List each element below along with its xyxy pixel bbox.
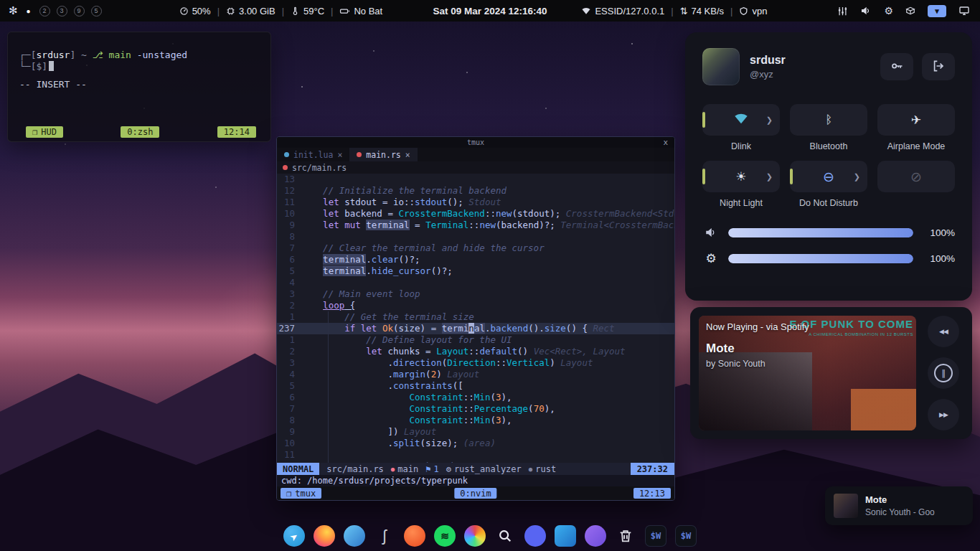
wifi-stat[interactable]: ESSID/127.0.0.1 xyxy=(581,6,664,17)
logout-button[interactable] xyxy=(922,53,955,80)
tmux-clock-badge: 12:13 xyxy=(633,488,671,499)
zsh-session-badge[interactable]: 0:zsh xyxy=(121,126,159,138)
terminal-window[interactable]: ┌─[srdusr] ~ ⎇ main -unstaged └─[$] -- I… xyxy=(7,32,271,142)
toggle-blocked: ⊘ xyxy=(877,161,955,209)
code-line: 9 ]) Layout xyxy=(277,426,674,438)
terminal-output: ┌─[srdusr] ~ ⎇ main -unstaged └─[$] -- I… xyxy=(8,32,270,90)
dock-item-wezterm[interactable]: $W xyxy=(645,525,666,547)
airplane-toggle-button[interactable]: ✈ xyxy=(877,104,955,136)
blocked-toggle-button[interactable]: ⊘ xyxy=(877,161,955,192)
active-workspace-dot[interactable]: ● xyxy=(27,7,31,15)
wifi-toggle-button[interactable]: ❯ xyxy=(702,104,780,136)
keyring-button[interactable] xyxy=(880,53,913,80)
code-line: 7 // Clear the terminal and hide the cur… xyxy=(277,242,674,254)
dnd-toggle-button[interactable]: ⊖❯ xyxy=(790,161,867,192)
tab-close-icon[interactable]: × xyxy=(405,150,410,160)
temp-value: 59°C xyxy=(303,6,324,17)
slider-track[interactable] xyxy=(728,228,913,237)
workspace-cluster: ✻ ● 2395 xyxy=(9,4,102,17)
statusline-lsp: ⚙rust_analyzer xyxy=(446,464,522,474)
rust-file-icon xyxy=(357,152,362,157)
tray-circle[interactable]: 9 xyxy=(74,6,85,17)
dock-item-telegram[interactable]: ➤ xyxy=(283,525,305,547)
user-row: srdusr @xyz xyxy=(702,48,955,85)
dock-item-discord[interactable] xyxy=(524,525,546,547)
tray-circle[interactable]: 3 xyxy=(57,6,67,17)
prev-button[interactable]: ◀◀ xyxy=(928,316,959,347)
tab-close-icon[interactable]: × xyxy=(337,150,342,160)
chevron-right-icon[interactable]: ❯ xyxy=(766,116,773,125)
airplane-icon: ✈ xyxy=(911,113,921,128)
dock-item-qutebrowser[interactable] xyxy=(344,525,365,547)
statusline-file: src/main.rs xyxy=(326,464,383,474)
code-line: 5 terminal.hide_cursor()?; xyxy=(277,265,674,277)
tmux-badge[interactable]: ❐tmux xyxy=(281,488,321,499)
dock-item-firefox[interactable] xyxy=(314,525,335,547)
dock-item-hook[interactable]: ʃ xyxy=(374,525,395,547)
notification-body: Sonic Youth - Goo xyxy=(865,507,935,517)
speaker-icon[interactable] xyxy=(860,5,872,17)
clock[interactable]: Sat 09 Mar 2024 12:16:40 xyxy=(433,6,547,17)
slider-value: 100% xyxy=(922,227,955,238)
toggle-sun: ☀❯Night Light xyxy=(702,161,780,209)
window-icon: ❐ xyxy=(32,127,37,137)
chevron-down-button[interactable]: ▾ xyxy=(928,5,946,17)
git-branch-icon: ⎇ xyxy=(93,50,103,60)
battery-icon xyxy=(339,6,350,17)
shield-icon xyxy=(739,6,748,16)
package-icon[interactable] xyxy=(905,6,915,16)
code-line: 4 xyxy=(277,277,674,288)
tmux-window[interactable]: tmux x init.lua × main.rs × src/main.rs … xyxy=(276,136,675,501)
statusline-git: ●main xyxy=(391,464,418,474)
dock-item-gimp[interactable] xyxy=(464,525,486,547)
tab-init-lua[interactable]: init.lua × xyxy=(277,148,349,161)
code-line: 237 if let Ok(size) = terminal.backend()… xyxy=(277,323,674,334)
monitor-icon[interactable] xyxy=(958,5,970,17)
slider-fill xyxy=(728,228,913,237)
dock-item-vscode[interactable] xyxy=(555,525,576,547)
player-controls: ◀◀∥▶▶ xyxy=(923,316,963,430)
mixer-sliders-icon[interactable] xyxy=(837,6,848,17)
sliders: 100%⚙100% xyxy=(702,226,955,266)
separator: | xyxy=(671,6,673,17)
pause-button[interactable]: ∥ xyxy=(928,357,959,389)
dock-item-cargo[interactable] xyxy=(404,525,425,547)
slider-track[interactable] xyxy=(728,254,913,263)
dock-item-trash[interactable] xyxy=(615,525,636,547)
hud-badge[interactable]: ❐HUD xyxy=(26,126,63,138)
dock-item-spotify[interactable]: ≋ xyxy=(434,525,456,547)
tray-circle[interactable]: 5 xyxy=(91,6,102,17)
dock-item-wezterm[interactable]: $W xyxy=(675,525,697,547)
code-area[interactable]: 1312 // Initialize the terminal backend1… xyxy=(277,174,674,463)
cwd-bar: cwd: /home/srdusr/projects/typerpunk xyxy=(277,475,674,486)
nix-logo-icon[interactable]: ✻ xyxy=(9,4,18,17)
vpn-stat[interactable]: vpn xyxy=(739,6,767,17)
track-artist: by Sonic Youth xyxy=(706,359,765,369)
tray-circle[interactable]: 2 xyxy=(39,6,50,17)
dock-item-proton[interactable] xyxy=(585,525,606,547)
temp-stat: 59°C xyxy=(291,6,324,17)
top-bar: ✻ ● 2395 50% | 3.00 GiB | 59°C | No Bat … xyxy=(0,0,980,22)
code-line: 10 .split(size); (area) xyxy=(277,438,674,449)
gear-icon[interactable]: ⚙ xyxy=(884,5,893,17)
tmux-session-badge[interactable]: 0:nvim xyxy=(454,488,496,499)
code-line: 8 Constraint::Min(3), xyxy=(277,415,674,426)
indent-guide xyxy=(328,311,329,463)
ram-stat: 3.00 GiB xyxy=(226,6,275,17)
media-notification[interactable]: Mote Sonic Youth - Goo xyxy=(825,486,973,525)
notification-title: Mote xyxy=(865,494,935,505)
avatar xyxy=(702,48,740,85)
toggle-dnd: ⊖❯Do Not Disturb xyxy=(790,161,867,209)
window-titlebar: tmux x xyxy=(277,137,674,148)
bluetooth-toggle-button[interactable]: ᛒ xyxy=(790,104,867,136)
chevron-right-icon[interactable]: ❯ xyxy=(854,172,860,182)
chevron-right-icon[interactable]: ❯ xyxy=(766,172,773,182)
separator: | xyxy=(217,6,220,17)
close-icon[interactable]: x xyxy=(663,137,668,148)
next-button[interactable]: ▶▶ xyxy=(928,399,959,430)
notification-text: Mote Sonic Youth - Goo xyxy=(865,494,935,517)
dock-item-magnifier[interactable] xyxy=(494,525,516,547)
tab-main-rs[interactable]: main.rs × xyxy=(349,148,417,161)
sun-toggle-button[interactable]: ☀❯ xyxy=(702,161,780,192)
prompt-line-2: └─[$] xyxy=(19,61,259,72)
